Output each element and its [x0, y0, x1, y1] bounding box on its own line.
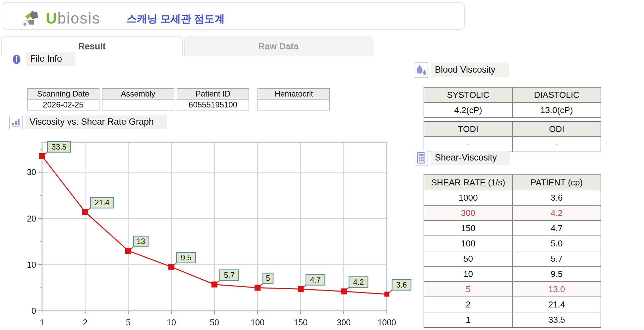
table-row: 505.7 [424, 251, 601, 267]
column-header: SYSTOLIC [424, 88, 512, 102]
field-value [102, 99, 174, 110]
todi-odi-table: TODI ODI - - [424, 121, 601, 152]
shear-viscosity-section-header: Shear-Viscosity [415, 150, 510, 166]
shear-rate-cell: 100 [424, 236, 512, 251]
svg-text:10: 10 [167, 318, 176, 327]
patient-cp-cell: 3.6 [512, 190, 601, 205]
table-row: 3004.2 [424, 206, 601, 221]
shear-rate-cell: 1000 [424, 190, 512, 205]
shear-rate-cell: 300 [424, 206, 512, 220]
field-scanning-date: Scanning Date 2026-02-25 [27, 88, 99, 110]
table-row: 221.4 [424, 297, 601, 312]
svg-text:1: 1 [40, 318, 44, 327]
svg-text:50: 50 [210, 318, 219, 327]
systolic-diastolic-table: SYSTOLIC DIASTOLIC 4.2(cP) 13.0(cP) [424, 87, 601, 118]
blood-viscosity-section-header: Blood Viscosity [415, 62, 509, 78]
svg-text:150: 150 [294, 318, 308, 327]
systolic-value: 4.2(cP) [424, 103, 512, 117]
svg-text:20: 20 [27, 214, 36, 223]
svg-text:33.5: 33.5 [52, 143, 67, 151]
column-header-shear-rate: SHEAR RATE (1/s) [424, 175, 512, 190]
blood-viscosity-title: Blood Viscosity [431, 63, 509, 77]
patient-cp-cell: 33.5 [512, 312, 601, 327]
graph-title: Viscosity vs. Shear Rate Graph [26, 115, 167, 129]
shear-viscosity-rows: 10003.63004.21504.71005.0505.7109.5513.0… [424, 190, 601, 327]
shear-rate-cell: 150 [424, 221, 512, 235]
shear-rate-cell: 1 [424, 312, 512, 327]
shear-rate-cell: 10 [424, 267, 512, 281]
column-header: DIASTOLIC [512, 88, 601, 102]
odi-value: - [512, 137, 601, 152]
column-header: ODI [512, 122, 601, 136]
patient-cp-cell: 5.7 [512, 251, 601, 266]
field-label: Hematocrit [258, 89, 329, 99]
shear-viscosity-title: Shear-Viscosity [431, 151, 510, 165]
app-title: 스캐닝 모세관 점도계 [127, 12, 225, 26]
svg-text:2: 2 [83, 318, 88, 327]
field-label: Scanning Date [28, 89, 99, 99]
ubiosis-logo: Ubiosis [23, 9, 100, 27]
field-value: 60555195100 [177, 99, 249, 110]
field-value [258, 99, 329, 110]
svg-text:4.7: 4.7 [310, 276, 321, 284]
svg-text:300: 300 [337, 318, 351, 327]
blood-drops-icon [415, 62, 428, 78]
field-label: Patient ID [177, 89, 249, 99]
file-info-title: File Info [26, 52, 75, 66]
svg-text:5: 5 [126, 318, 131, 327]
svg-text:30: 30 [27, 167, 36, 177]
calculator-icon [415, 150, 428, 166]
diastolic-value: 13.0(cP) [512, 103, 601, 117]
svg-text:1000: 1000 [378, 318, 396, 327]
column-header-patient: PATIENT (cp) [512, 175, 601, 190]
app-header: Ubiosis 스캐닝 모세관 점도계 [3, 2, 465, 30]
viscometer-result-page: Ubiosis 스캐닝 모세관 점도계 Result Raw Data File… [0, 0, 644, 330]
bar-chart-icon [9, 116, 23, 129]
svg-text:9.5: 9.5 [181, 253, 192, 262]
svg-text:100: 100 [251, 318, 264, 327]
table-row: 513.0 [424, 282, 601, 297]
info-icon [10, 53, 23, 66]
table-row: 109.5 [424, 267, 601, 282]
logo-text: Ubiosis [46, 9, 100, 27]
shear-rate-cell: 2 [424, 297, 512, 312]
field-assembly: Assembly [102, 88, 174, 110]
table-row: 10003.6 [424, 190, 601, 206]
table-row: 1005.0 [424, 236, 601, 251]
column-header: TODI [424, 122, 512, 136]
todi-value: - [424, 137, 512, 152]
file-info-section-header: File Info [10, 52, 75, 66]
field-patient-id: Patient ID 60555195100 [177, 88, 249, 110]
patient-cp-cell: 13.0 [512, 282, 601, 297]
field-label: Assembly [102, 89, 174, 99]
field-hematocrit: Hematocrit [258, 88, 330, 110]
svg-text:4.2: 4.2 [353, 278, 364, 287]
patient-cp-cell: 9.5 [512, 267, 601, 281]
patient-cp-cell: 4.7 [512, 221, 601, 235]
shear-rate-cell: 5 [424, 282, 512, 297]
svg-text:3.6: 3.6 [396, 281, 407, 289]
shear-viscosity-table: SHEAR RATE (1/s) PATIENT (cp) 10003.6300… [424, 174, 601, 328]
svg-text:10: 10 [27, 260, 36, 269]
svg-text:21.4: 21.4 [95, 198, 110, 207]
graph-section-header: Viscosity vs. Shear Rate Graph [9, 115, 167, 129]
patient-cp-cell: 4.2 [512, 206, 601, 220]
table-row: 133.5 [424, 312, 601, 327]
field-value: 2026-02-25 [28, 99, 99, 110]
patient-cp-cell: 5.0 [512, 236, 601, 251]
tab-raw-data[interactable]: Raw Data [184, 36, 373, 56]
ubiosis-logo-icon [23, 10, 44, 27]
svg-text:0: 0 [31, 306, 36, 315]
svg-text:5: 5 [266, 274, 270, 283]
svg-text:5.7: 5.7 [224, 271, 235, 280]
table-row: 1504.7 [424, 221, 601, 236]
shear-rate-cell: 50 [424, 251, 512, 266]
viscosity-chart-svg: 01020301251050100150300100033.521.4139.5… [20, 138, 438, 330]
patient-cp-cell: 21.4 [512, 297, 601, 312]
svg-text:13: 13 [137, 237, 145, 246]
viscosity-chart: 01020301251050100150300100033.521.4139.5… [20, 138, 438, 330]
